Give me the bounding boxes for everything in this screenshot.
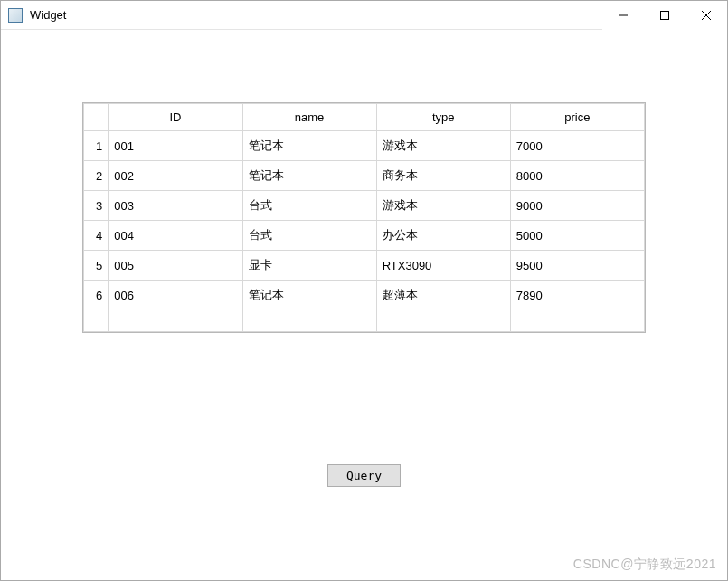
cell-price[interactable]: 8000 <box>510 161 644 191</box>
minimize-button[interactable] <box>602 1 644 30</box>
cell-price[interactable]: 7890 <box>510 281 644 310</box>
cell-id[interactable]: 006 <box>109 281 242 310</box>
cell-price[interactable]: 5000 <box>510 221 644 251</box>
row-number[interactable]: 3 <box>84 191 109 221</box>
cell-id[interactable]: 004 <box>109 221 242 251</box>
window-title: Widget <box>30 8 602 22</box>
cell-name[interactable]: 笔记本 <box>242 131 376 161</box>
cell-type[interactable]: 超薄本 <box>376 281 510 310</box>
cell-type[interactable]: 商务本 <box>376 161 510 191</box>
cell-type[interactable]: 游戏本 <box>376 191 510 221</box>
cell-id[interactable]: 005 <box>109 251 242 281</box>
cell-name[interactable]: 笔记本 <box>242 161 376 191</box>
corner-cell <box>84 104 109 131</box>
table-empty-row <box>84 310 645 332</box>
row-number[interactable]: 5 <box>84 251 109 281</box>
window-frame: Widget ID name type p <box>0 0 728 581</box>
minimize-icon <box>619 11 628 20</box>
close-button[interactable] <box>685 1 727 30</box>
maximize-icon <box>660 11 669 20</box>
cell-name[interactable]: 台式 <box>242 221 376 251</box>
cell-price[interactable]: 9000 <box>510 191 644 221</box>
maximize-button[interactable] <box>644 1 685 30</box>
cell-empty <box>109 310 242 332</box>
app-icon <box>8 8 23 23</box>
header-name[interactable]: name <box>242 104 376 131</box>
cell-type[interactable]: 办公本 <box>376 221 510 251</box>
content-area: ID name type price 1001笔记本游戏本70002002笔记本… <box>1 30 727 580</box>
cell-empty <box>510 310 644 332</box>
table-row[interactable]: 1001笔记本游戏本7000 <box>84 131 645 161</box>
table-row[interactable]: 3003台式游戏本9000 <box>84 191 645 221</box>
row-number[interactable]: 2 <box>84 161 109 191</box>
row-number-empty <box>84 310 109 332</box>
titlebar[interactable]: Widget <box>1 1 727 30</box>
table-row[interactable]: 5005显卡RTX30909500 <box>84 251 645 281</box>
cell-type[interactable]: 游戏本 <box>376 131 510 161</box>
cell-price[interactable]: 9500 <box>510 251 644 281</box>
header-price[interactable]: price <box>510 104 644 131</box>
cell-empty <box>376 310 510 332</box>
table-row[interactable]: 6006笔记本超薄本7890 <box>84 281 645 310</box>
data-table[interactable]: ID name type price 1001笔记本游戏本70002002笔记本… <box>83 103 645 332</box>
row-number[interactable]: 1 <box>84 131 109 161</box>
cell-id[interactable]: 002 <box>109 161 242 191</box>
header-id[interactable]: ID <box>109 104 242 131</box>
cell-name[interactable]: 笔记本 <box>242 281 376 310</box>
row-number[interactable]: 6 <box>84 281 109 310</box>
cell-price[interactable]: 7000 <box>510 131 644 161</box>
table-row[interactable]: 4004台式办公本5000 <box>84 221 645 251</box>
close-icon <box>702 11 711 20</box>
table-row[interactable]: 2002笔记本商务本8000 <box>84 161 645 191</box>
table-header-row: ID name type price <box>84 104 645 131</box>
header-type[interactable]: type <box>376 104 510 131</box>
cell-empty <box>242 310 376 332</box>
svg-rect-1 <box>661 12 669 20</box>
cell-name[interactable]: 台式 <box>242 191 376 221</box>
button-area: Query <box>1 464 727 487</box>
cell-id[interactable]: 001 <box>109 131 242 161</box>
cell-name[interactable]: 显卡 <box>242 251 376 281</box>
cell-type[interactable]: RTX3090 <box>376 251 510 281</box>
query-button[interactable]: Query <box>327 464 401 487</box>
watermark: CSDNC@宁静致远2021 <box>573 557 716 573</box>
cell-id[interactable]: 003 <box>109 191 242 221</box>
row-number[interactable]: 4 <box>84 221 109 251</box>
window-controls <box>602 1 727 29</box>
data-table-container: ID name type price 1001笔记本游戏本70002002笔记本… <box>82 102 646 333</box>
